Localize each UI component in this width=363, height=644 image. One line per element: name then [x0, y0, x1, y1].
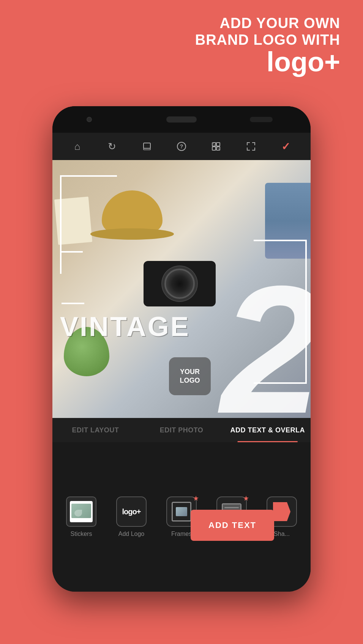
- add-logo-label: Add Logo: [118, 531, 145, 537]
- camera-lens: [164, 269, 195, 299]
- tab-add-text-overlay[interactable]: ADD TEXT & OVERLA: [224, 418, 311, 442]
- shape-ticket: [273, 502, 290, 521]
- tab-edit-layout[interactable]: EDIT LAYOUT: [52, 418, 139, 442]
- grid-icon[interactable]: [208, 138, 224, 155]
- frames-icon: [172, 502, 191, 521]
- logo-icon-box: logo+: [116, 496, 147, 527]
- svg-rect-5: [216, 143, 220, 146]
- layers-icon[interactable]: [139, 138, 155, 155]
- svg-text:?: ?: [180, 143, 183, 149]
- stickers-icon-box: [66, 496, 96, 527]
- stickers-label: Stickers: [71, 531, 92, 537]
- camera-object: [144, 257, 219, 310]
- help-icon[interactable]: ?: [173, 138, 190, 155]
- logo-placeholder-text: YOUR LOGO: [180, 368, 200, 385]
- redo-icon[interactable]: ↻: [104, 138, 120, 155]
- phone-top-bar: [52, 106, 311, 133]
- watermark-number: 2: [221, 259, 311, 418]
- meme-bar-line: [224, 507, 239, 508]
- logo-placeholder-box[interactable]: YOUR LOGO: [169, 357, 211, 395]
- check-icon[interactable]: ✓: [277, 138, 294, 155]
- tool-stickers[interactable]: Stickers: [60, 496, 102, 537]
- logo-plus-icon: logo+: [122, 507, 141, 516]
- phone-speaker: [166, 116, 197, 123]
- add-text-label: ADD TEXT: [208, 520, 256, 530]
- svg-rect-1: [144, 148, 150, 150]
- tab-edit-photo[interactable]: EDIT PHOTO: [139, 418, 225, 442]
- phone-camera: [87, 117, 92, 122]
- frames-label: Frames: [171, 531, 192, 537]
- shape-label: Sha...: [274, 531, 290, 537]
- selection-frame-topleft-bottom: [60, 251, 83, 253]
- phone-sensor: [250, 117, 273, 122]
- sticker-photo-thumb: [71, 504, 91, 518]
- photo-background: VINTAGE YOUR LOGO 2: [52, 160, 311, 418]
- camera-body: [144, 261, 216, 306]
- sticker-inner: [70, 501, 93, 522]
- meme-star-badge: ★: [243, 494, 249, 503]
- promo-line1: ADD YOUR OWN BRAND LOGO WITH: [195, 15, 340, 48]
- tool-add-logo[interactable]: logo+ Add Logo: [110, 496, 152, 537]
- svg-rect-0: [144, 143, 150, 148]
- svg-rect-6: [212, 147, 216, 150]
- selection-frame-topleft: [60, 175, 117, 274]
- frames-star-badge: ★: [193, 494, 199, 503]
- tabs-bar: EDIT LAYOUT EDIT PHOTO ADD TEXT & OVERLA: [52, 418, 311, 442]
- home-icon[interactable]: ⌂: [69, 138, 86, 155]
- logo-plus-text: logo+: [195, 48, 340, 75]
- promo-header: ADD YOUR OWN BRAND LOGO WITH logo+: [195, 15, 340, 75]
- app-toolbar: ⌂ ↻ ?: [52, 133, 311, 160]
- add-text-button[interactable]: ADD TEXT: [191, 510, 274, 541]
- vintage-label[interactable]: VINTAGE: [60, 311, 190, 342]
- expand-icon[interactable]: [243, 138, 259, 155]
- shape-icon: [272, 502, 291, 521]
- photo-canvas[interactable]: VINTAGE YOUR LOGO 2: [52, 160, 311, 418]
